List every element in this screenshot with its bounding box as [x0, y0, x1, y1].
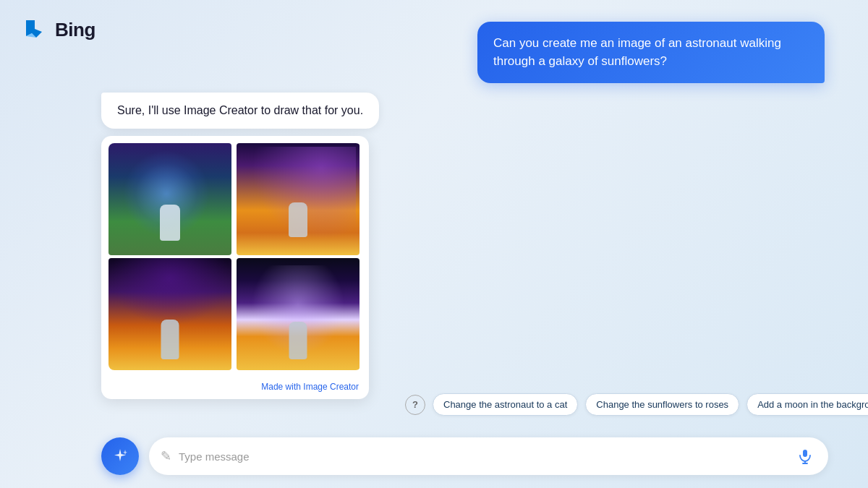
bot-response-bubble: Sure, I'll use Image Creator to draw tha… [101, 93, 379, 129]
chat-sparkle-button[interactable] [101, 437, 139, 475]
made-with-prefix: Made with [261, 382, 303, 392]
suggestion-chip-moon[interactable]: Add a moon in the background [746, 393, 868, 416]
svg-rect-0 [803, 450, 807, 457]
generated-image-4[interactable] [237, 258, 359, 370]
microphone-icon [797, 448, 813, 464]
help-button[interactable]: ? [405, 395, 425, 415]
suggestions-row: ? Change the astronaut to a cat Change t… [405, 393, 828, 416]
bing-logo-icon [20, 16, 48, 43]
generated-image-2[interactable] [237, 143, 359, 255]
user-message-text: Can you create me an image of an astrona… [493, 36, 781, 68]
image-creator-link[interactable]: Image Creator [303, 382, 359, 392]
bot-response-text: Sure, I'll use Image Creator to draw tha… [117, 104, 363, 116]
header: Bing [20, 16, 95, 43]
user-message-bubble: Can you create me an image of an astrona… [477, 22, 825, 83]
generated-image-3[interactable] [109, 258, 231, 370]
input-bar: ✎ Type message [101, 437, 828, 475]
image-grid-container: Made with Image Creator [101, 136, 369, 399]
compose-icon: ✎ [161, 448, 171, 464]
generated-image-1[interactable] [109, 143, 231, 255]
sparkle-icon [111, 447, 129, 466]
suggestion-chip-roses[interactable]: Change the sunflowers to roses [585, 393, 739, 416]
help-icon: ? [412, 399, 418, 410]
image-grid [109, 143, 362, 370]
mic-button[interactable] [793, 445, 817, 468]
suggestion-chip-cat[interactable]: Change the astronaut to a cat [433, 393, 578, 416]
input-field-wrapper: ✎ Type message [149, 437, 828, 475]
message-input-placeholder[interactable]: Type message [179, 450, 786, 463]
app-title: Bing [55, 19, 95, 41]
made-with-attribution: Made with Image Creator [261, 382, 359, 392]
